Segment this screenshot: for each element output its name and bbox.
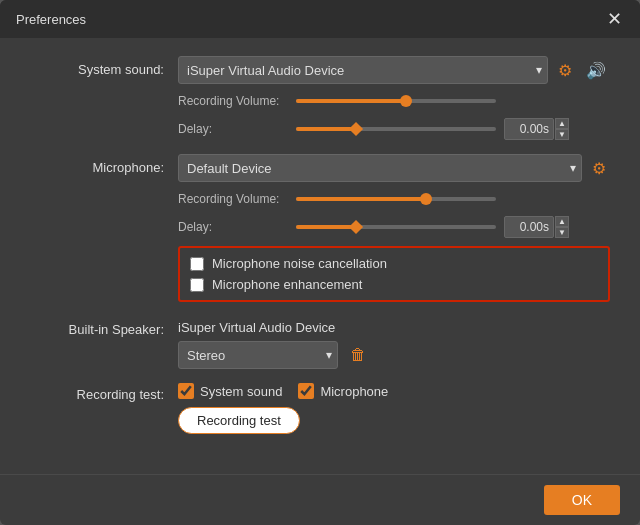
microphone-delay-label: Delay:: [178, 220, 288, 234]
microphone-gear-button[interactable]: ⚙: [588, 157, 610, 180]
microphone-volume-thumb: [420, 193, 432, 205]
microphone-checkbox-group: Microphone noise cancellation Microphone…: [178, 246, 610, 302]
microphone-delay-thumb: [349, 220, 363, 234]
microphone-volume-row: Recording Volume:: [178, 188, 610, 210]
system-sound-delay-label: Delay:: [178, 122, 288, 136]
enhancement-label: Microphone enhancement: [212, 277, 362, 292]
microphone-delay-row: Delay: ▲ ▼: [178, 216, 610, 238]
microphone-delay-up[interactable]: ▲: [555, 216, 569, 227]
stereo-select[interactable]: Stereo: [178, 341, 338, 369]
microphone-dropdown-wrapper: Default Device ▾: [178, 154, 582, 182]
microphone-delay-track[interactable]: [296, 225, 496, 229]
recording-test-microphone-checkbox[interactable]: [298, 383, 314, 399]
microphone-delay-value-group: ▲ ▼: [504, 216, 569, 238]
system-sound-delay-track[interactable]: [296, 127, 496, 131]
system-sound-dropdown-wrapper: iSuper Virtual Audio Device ▾: [178, 56, 548, 84]
recording-test-content: System sound Microphone Recording test: [178, 383, 388, 434]
builtin-speaker-content: iSuper Virtual Audio Device Stereo ▾ 🗑: [178, 316, 610, 369]
stereo-trash-button[interactable]: 🗑: [346, 344, 370, 366]
recording-test-system-sound-label: System sound: [200, 384, 282, 399]
close-button[interactable]: ✕: [605, 10, 624, 28]
recording-test-microphone-label: Microphone: [320, 384, 388, 399]
enhancement-row: Microphone enhancement: [190, 277, 598, 292]
enhancement-checkbox[interactable]: [190, 278, 204, 292]
microphone-volume-track[interactable]: [296, 197, 496, 201]
system-sound-select[interactable]: iSuper Virtual Audio Device: [178, 56, 548, 84]
microphone-delay-input[interactable]: [504, 216, 554, 238]
system-sound-volume-track[interactable]: [296, 99, 496, 103]
system-sound-delay-down[interactable]: ▼: [555, 129, 569, 140]
system-sound-volume-thumb: [400, 95, 412, 107]
system-sound-volume-fill: [296, 99, 406, 103]
microphone-select[interactable]: Default Device: [178, 154, 582, 182]
system-sound-gear-button[interactable]: ⚙: [554, 59, 576, 82]
footer: OK: [0, 474, 640, 525]
noise-cancellation-checkbox[interactable]: [190, 257, 204, 271]
dialog-title: Preferences: [16, 12, 86, 27]
builtin-speaker-label: Built-in Speaker:: [30, 316, 178, 337]
microphone-volume-fill: [296, 197, 426, 201]
recording-test-label: Recording test:: [30, 383, 178, 402]
system-sound-content: iSuper Virtual Audio Device ▾ ⚙ 🔊 Record…: [178, 56, 610, 140]
system-sound-check-row: System sound: [178, 383, 282, 399]
title-bar: Preferences ✕: [0, 0, 640, 38]
main-content: System sound: iSuper Virtual Audio Devic…: [0, 38, 640, 474]
system-sound-delay-spinners: ▲ ▼: [555, 118, 569, 140]
system-sound-delay-value-group: ▲ ▼: [504, 118, 569, 140]
system-sound-delay-thumb: [349, 122, 363, 136]
stereo-row: Stereo ▾ 🗑: [178, 341, 610, 369]
system-sound-delay-fill: [296, 127, 356, 131]
system-sound-label: System sound:: [30, 56, 178, 77]
preferences-dialog: Preferences ✕ System sound: iSuper Virtu…: [0, 0, 640, 525]
microphone-check-row: Microphone: [298, 383, 388, 399]
recording-test-checkboxes-row: System sound Microphone: [178, 383, 388, 399]
microphone-content: Default Device ▾ ⚙ Recording Volume: Del…: [178, 154, 610, 302]
builtin-speaker-section: Built-in Speaker: iSuper Virtual Audio D…: [30, 316, 610, 369]
recording-test-button[interactable]: Recording test: [178, 407, 300, 434]
stereo-dropdown-wrapper: Stereo ▾: [178, 341, 338, 369]
noise-cancellation-label: Microphone noise cancellation: [212, 256, 387, 271]
microphone-delay-fill: [296, 225, 356, 229]
system-sound-delay-row: Delay: ▲ ▼: [178, 118, 610, 140]
noise-cancellation-row: Microphone noise cancellation: [190, 256, 598, 271]
system-sound-section: System sound: iSuper Virtual Audio Devic…: [30, 56, 610, 140]
builtin-speaker-device: iSuper Virtual Audio Device: [178, 316, 610, 335]
system-sound-dropdown-row: iSuper Virtual Audio Device ▾ ⚙ 🔊: [178, 56, 610, 84]
system-sound-delay-up[interactable]: ▲: [555, 118, 569, 129]
microphone-delay-down[interactable]: ▼: [555, 227, 569, 238]
microphone-dropdown-row: Default Device ▾ ⚙: [178, 154, 610, 182]
system-sound-volume-row: Recording Volume:: [178, 90, 610, 112]
system-sound-volume-label: Recording Volume:: [178, 94, 288, 108]
recording-test-system-sound-checkbox[interactable]: [178, 383, 194, 399]
recording-test-section: Recording test: System sound Microphone …: [30, 383, 610, 434]
microphone-section: Microphone: Default Device ▾ ⚙ Recording…: [30, 154, 610, 302]
system-sound-speaker-button[interactable]: 🔊: [582, 59, 610, 82]
system-sound-delay-input[interactable]: [504, 118, 554, 140]
microphone-delay-spinners: ▲ ▼: [555, 216, 569, 238]
ok-button[interactable]: OK: [544, 485, 620, 515]
microphone-volume-label: Recording Volume:: [178, 192, 288, 206]
microphone-label: Microphone:: [30, 154, 178, 175]
